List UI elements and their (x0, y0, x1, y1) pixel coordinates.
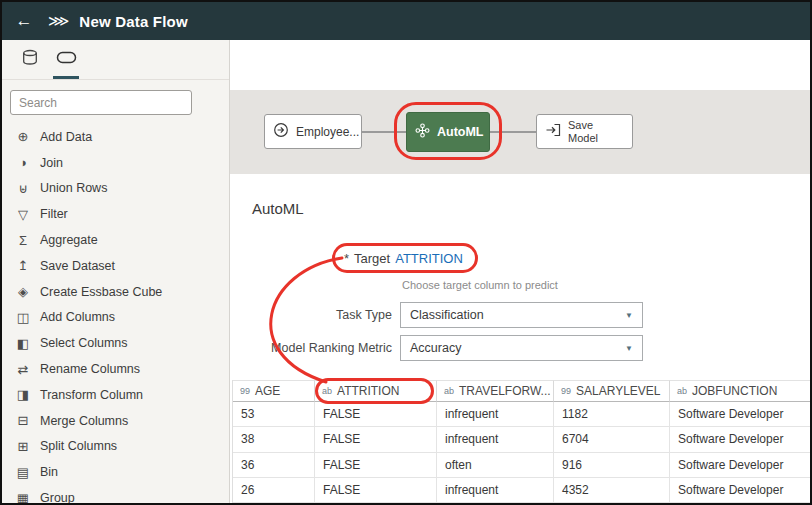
search-container (10, 90, 221, 115)
sidebar: ⊕Add Data ◑Join ⊎Union Rows ▽Filter ΣAgg… (2, 40, 230, 503)
task-type-dropdown[interactable]: Classification ▼ (400, 302, 643, 328)
panel-title: AutoML (252, 200, 304, 217)
column-name: JOBFUNCTION (692, 384, 777, 398)
sidebar-item-label: Rename Columns (40, 362, 140, 376)
sidebar-item-add-data[interactable]: ⊕Add Data (2, 124, 229, 150)
table-cell: Software Developer (670, 453, 810, 478)
column-name: AGE (255, 384, 280, 398)
text-type-icon: ab (677, 386, 687, 396)
sidebar-item-label: Join (40, 156, 63, 170)
model-ranking-metric-label: Model Ranking Metric (230, 341, 392, 355)
flow-connector (362, 131, 406, 133)
table-cell: infrequent (437, 478, 554, 503)
table-cell: FALSE (315, 453, 437, 478)
sidebar-item-label: Split Columns (40, 439, 117, 453)
transform-column-icon: ◨ (14, 387, 32, 402)
target-help-text: Choose target column to predict (402, 279, 558, 291)
flow-node-employee[interactable]: Employee... (264, 114, 362, 149)
select-columns-icon: ◧ (14, 336, 32, 351)
join-icon: ◑ (14, 155, 32, 170)
sidebar-item-save-dataset[interactable]: ↥Save Dataset (2, 253, 229, 279)
sidebar-item-label: Filter (40, 207, 68, 221)
node-label: Employee... (296, 125, 359, 139)
sidebar-item-select-columns[interactable]: ◧Select Columns (2, 330, 229, 356)
sidebar-item-label: Union Rows (40, 181, 107, 195)
sidebar-item-create-essbase-cube[interactable]: ◈Create Essbase Cube (2, 279, 229, 305)
sidebar-item-label: Transform Column (40, 388, 143, 402)
sidebar-item-label: Add Columns (40, 310, 115, 324)
column-name: ATTRITION (337, 384, 399, 398)
sidebar-item-aggregate[interactable]: ΣAggregate (2, 227, 229, 253)
group-icon: ▦ (14, 491, 32, 503)
add-data-icon: ⊕ (14, 129, 32, 144)
target-value-link[interactable]: ATTRITION (395, 251, 463, 266)
sidebar-item-split-columns[interactable]: ⊞Split Columns (2, 434, 229, 460)
app-header: ← ⋙ New Data Flow (2, 2, 810, 40)
sidebar-item-union-rows[interactable]: ⊎Union Rows (2, 176, 229, 202)
table-cell: 38 (233, 427, 315, 452)
sidebar-item-label: Group (40, 491, 75, 503)
table-cell: 1182 (554, 402, 670, 427)
page-title: New Data Flow (79, 13, 187, 30)
flow-connector (490, 131, 536, 133)
column-header-jobfunction[interactable]: abJOBFUNCTION (670, 380, 810, 402)
sidebar-item-label: Bin (40, 465, 58, 479)
data-flow-icon: ⋙ (48, 12, 69, 30)
sidebar-item-bin[interactable]: ▤Bin (2, 459, 229, 485)
table-cell: 916 (554, 453, 670, 478)
flow-node-automl[interactable]: AutoML (406, 112, 490, 152)
flow-node-save-model[interactable]: Save Model (536, 114, 633, 149)
node-label: AutoML (437, 125, 484, 139)
table-cell: Software Developer (670, 402, 810, 427)
preview-table: 99AGE abATTRITION abTRAVELFORW... 99SALA… (232, 380, 810, 503)
main-area: Employee... AutoML Save Model AutoML * T… (230, 40, 810, 503)
table-cell: infrequent (437, 402, 554, 427)
column-header-attrition[interactable]: abATTRITION (315, 380, 437, 402)
model-ranking-metric-dropdown[interactable]: Accuracy ▼ (400, 335, 643, 361)
table-cell: 36 (233, 453, 315, 478)
sidebar-item-rename-columns[interactable]: ⇄Rename Columns (2, 356, 229, 382)
add-columns-icon: ◫ (14, 310, 32, 325)
target-label: Target (354, 251, 390, 266)
column-name: TRAVELFORW... (459, 384, 551, 398)
table-cell: Software Developer (670, 427, 810, 452)
search-input[interactable] (10, 90, 192, 115)
column-header-salarylevel[interactable]: 99SALARYLEVEL (554, 380, 670, 402)
split-columns-icon: ⊞ (14, 439, 32, 454)
tab-data[interactable] (12, 40, 48, 79)
table-cell: FALSE (315, 478, 437, 503)
sidebar-item-merge-columns[interactable]: ⊟Merge Columns (2, 408, 229, 434)
app-window: ← ⋙ New Data Flow ⊕Add Data ◑Join ⊎Union… (0, 0, 812, 505)
sidebar-item-label: Create Essbase Cube (40, 285, 162, 299)
column-header-travelforwork[interactable]: abTRAVELFORW... (437, 380, 554, 402)
task-type-label: Task Type (230, 308, 392, 322)
sidebar-item-join[interactable]: ◑Join (2, 150, 229, 176)
sidebar-item-label: Aggregate (40, 233, 98, 247)
dropdown-value: Classification (410, 308, 484, 322)
tab-steps[interactable] (48, 40, 84, 79)
sidebar-item-label: Select Columns (40, 336, 128, 350)
target-row: * Target ATTRITION (344, 251, 463, 266)
bin-icon: ▤ (14, 465, 32, 480)
table-cell: 6704 (554, 427, 670, 452)
sidebar-item-filter[interactable]: ▽Filter (2, 201, 229, 227)
numeric-type-icon: 99 (561, 386, 571, 396)
table-cell: FALSE (315, 402, 437, 427)
sidebar-item-group[interactable]: ▦Group (2, 485, 229, 503)
column-header-age[interactable]: 99AGE (233, 380, 315, 402)
table-cell: Software Developer (670, 478, 810, 503)
save-model-node-icon (545, 122, 561, 141)
flow-step-icon (56, 50, 77, 69)
sidebar-item-transform-column[interactable]: ◨Transform Column (2, 382, 229, 408)
merge-columns-icon: ⊟ (14, 413, 32, 428)
column-name: SALARYLEVEL (576, 384, 661, 398)
sidebar-item-add-columns[interactable]: ◫Add Columns (2, 305, 229, 331)
chevron-down-icon: ▼ (625, 311, 633, 320)
essbase-cube-icon: ◈ (14, 284, 32, 299)
rename-columns-icon: ⇄ (14, 362, 32, 377)
back-button[interactable]: ← (2, 2, 46, 40)
table-cell: 53 (233, 402, 315, 427)
required-asterisk: * (344, 251, 349, 266)
sidebar-item-label: Save Dataset (40, 259, 115, 273)
text-type-icon: ab (322, 386, 332, 396)
